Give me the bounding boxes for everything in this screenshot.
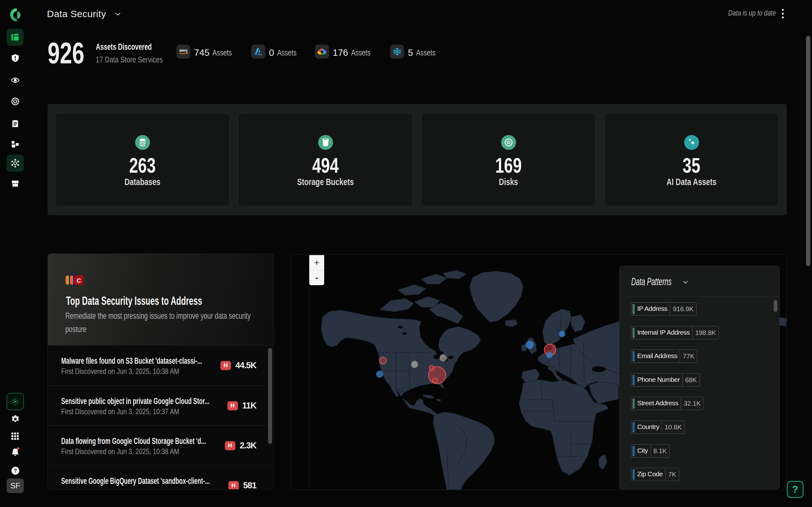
svg-text:C: C [77, 277, 81, 284]
svg-text:aws: aws [179, 48, 188, 53]
svg-text:?: ? [14, 468, 17, 473]
